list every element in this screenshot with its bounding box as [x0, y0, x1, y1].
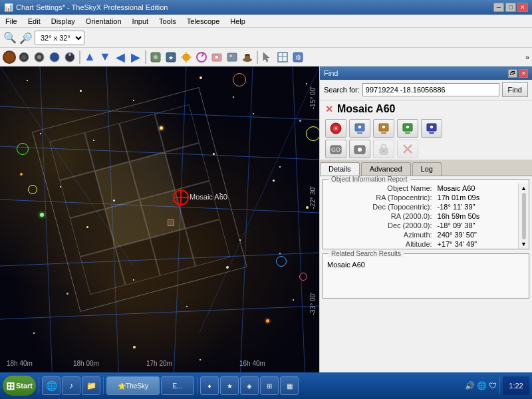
- info-row-dec2000: Dec (2000.0): -18° 09' 38": [323, 221, 517, 230]
- toolbar-icon-4[interactable]: [47, 50, 62, 65]
- svg-point-3: [37, 55, 41, 59]
- scroll-up-btn[interactable]: ▲: [521, 185, 527, 192]
- taskbar-btn-2[interactable]: ★: [220, 376, 239, 395]
- toolbar-icon-3[interactable]: [32, 50, 47, 65]
- info-label: Altitude:: [323, 239, 435, 249]
- toolbar-icon-image[interactable]: [225, 50, 239, 65]
- title-bar: 📊 Chart Settings* - TheSkyX Professional…: [0, 0, 532, 15]
- start-button[interactable]: ⊞ Start: [3, 376, 36, 396]
- toolbar-left-icon[interactable]: ◀: [113, 50, 128, 65]
- zoom-select[interactable]: 32° x 32°: [35, 31, 84, 45]
- taskbar-btn-1[interactable]: ♦: [200, 376, 219, 395]
- taskbar-btn-5[interactable]: ▦: [280, 376, 299, 395]
- svg-point-4: [50, 53, 59, 62]
- toolbar-icon-1[interactable]: [3, 51, 16, 64]
- object-name: Mosaic A60: [337, 103, 395, 115]
- info-value: 17h 01m 09s: [435, 193, 517, 202]
- ra-label-2: 18h 00m: [73, 360, 99, 367]
- zoom-to-icon[interactable]: [373, 119, 394, 138]
- ra-label-1: 18h 40m: [7, 360, 33, 367]
- toolbar-overflow[interactable]: »: [525, 53, 529, 61]
- taskbar-music-btn[interactable]: ♪: [62, 376, 80, 395]
- title-bar-controls: ─ □ ✕: [493, 3, 528, 12]
- related-item-1[interactable]: Mosaic A60: [325, 259, 527, 270]
- windows-icon: ⊞: [6, 380, 15, 392]
- info-row-ra-topo: RA (Topocentric): 17h 01m 09s: [323, 193, 517, 202]
- toolbar-icon-grid[interactable]: [275, 50, 290, 65]
- taskbar-sep-4: [499, 377, 500, 394]
- scroll-thumb: [522, 193, 526, 239]
- skyx-label: TheSky: [126, 382, 148, 390]
- window-title: Chart Settings* - TheSkyX Professional E…: [16, 3, 168, 11]
- info-row-altitude: Altitude: +17° 34' 49": [323, 239, 517, 249]
- menu-telescope[interactable]: Telescope: [182, 16, 225, 27]
- menu-tools[interactable]: Tools: [154, 16, 182, 27]
- menu-display[interactable]: Display: [46, 16, 80, 27]
- taskbar-btn-3[interactable]: ◈: [240, 376, 259, 395]
- toolbar-icon-settings[interactable]: ⚙: [291, 50, 305, 65]
- minimize-button[interactable]: ─: [493, 3, 504, 12]
- maximize-button[interactable]: □: [505, 3, 516, 12]
- center-object-icon[interactable]: [325, 119, 346, 138]
- lock-icon[interactable]: [373, 140, 394, 158]
- close-button[interactable]: ✕: [517, 3, 528, 12]
- close-icon[interactable]: [397, 140, 418, 158]
- zoom-out-icon[interactable]: 🔍: [19, 31, 33, 45]
- info-row-azimuth: Azimuth: 240° 39' 50": [323, 230, 517, 239]
- action-icon-row-2: GO: [325, 140, 527, 158]
- toolbar-down-icon[interactable]: ▼: [98, 50, 112, 65]
- tab-log[interactable]: Log: [412, 162, 442, 176]
- identify-icon[interactable]: [349, 119, 370, 138]
- catalog-icon[interactable]: [421, 119, 442, 138]
- info-value: Mosaic A60: [435, 184, 517, 193]
- toolbar-icon-2[interactable]: [17, 50, 31, 65]
- find-restore-button[interactable]: 🗗: [508, 69, 517, 78]
- search-input[interactable]: [362, 83, 499, 96]
- toolbar-right-icon[interactable]: ▶: [128, 50, 143, 65]
- info-label: Dec (Topocentric):: [323, 202, 435, 211]
- skyx-icon: ⭐: [118, 382, 126, 390]
- tab-details[interactable]: Details: [320, 162, 360, 176]
- target-cross-vertical: [180, 190, 182, 205]
- zoom-in-icon[interactable]: 🔍: [3, 31, 17, 45]
- toolbar-separator-2: [145, 51, 146, 64]
- app-icon: 📊: [4, 3, 13, 12]
- tab-advanced[interactable]: Advanced: [361, 162, 411, 176]
- menu-file[interactable]: File: [0, 16, 23, 27]
- scroll-down-btn[interactable]: ▼: [521, 241, 527, 247]
- toolbar-icon-sun[interactable]: [179, 50, 194, 65]
- svg-point-16: [197, 53, 206, 62]
- toolbar-icon-photo[interactable]: [209, 50, 224, 65]
- sky-chart[interactable]: Mosaic A60 18h 40m 18h 00m 17h 20m 16h 4…: [0, 66, 319, 372]
- toolbar-icon-hat[interactable]: [240, 50, 255, 65]
- find-close-button[interactable]: ✕: [519, 69, 528, 78]
- toolbar-icon-5[interactable]: [63, 50, 77, 65]
- info-scroll-inner[interactable]: Object Name: Mosaic A60 RA (Topocentric)…: [323, 184, 529, 249]
- find-titlebar-buttons: 🗗 ✕: [508, 69, 528, 78]
- menu-edit[interactable]: Edit: [23, 16, 46, 27]
- goto-icon[interactable]: GO: [325, 140, 346, 158]
- find-panel-titlebar: Find 🗗 ✕: [320, 66, 532, 80]
- taskbar-ie-btn[interactable]: 🌐: [42, 376, 61, 395]
- toolbar-icon-rotate[interactable]: [194, 50, 209, 65]
- taskbar-explorer-btn[interactable]: E...: [161, 376, 194, 395]
- object-dismiss-icon[interactable]: ✕: [325, 104, 333, 114]
- toolbar-icon-nav[interactable]: [148, 50, 163, 65]
- info-row-name: Object Name: Mosaic A60: [323, 184, 517, 193]
- taskbar-folder-btn[interactable]: 📁: [82, 376, 100, 395]
- info-value: 240° 39' 50": [435, 230, 517, 239]
- taskbar-sep-2: [103, 377, 104, 394]
- toolbar-icon-chart[interactable]: ★: [164, 50, 178, 65]
- info-scrollbar: ▲ ▼: [518, 184, 529, 249]
- menu-orientation[interactable]: Orientation: [80, 16, 127, 27]
- toolbar-icon-cursor[interactable]: [260, 50, 275, 65]
- taskbar-skyx-btn[interactable]: ⭐ TheSky: [106, 376, 160, 395]
- menu-help[interactable]: Help: [225, 16, 251, 27]
- menu-input[interactable]: Input: [127, 16, 154, 27]
- track-icon[interactable]: [349, 140, 370, 158]
- svg-rect-49: [381, 132, 386, 134]
- find-button[interactable]: Find: [502, 82, 528, 97]
- info-icon[interactable]: [397, 119, 418, 138]
- taskbar-btn-4[interactable]: ⊞: [260, 376, 279, 395]
- toolbar-up-icon[interactable]: ▲: [82, 50, 97, 65]
